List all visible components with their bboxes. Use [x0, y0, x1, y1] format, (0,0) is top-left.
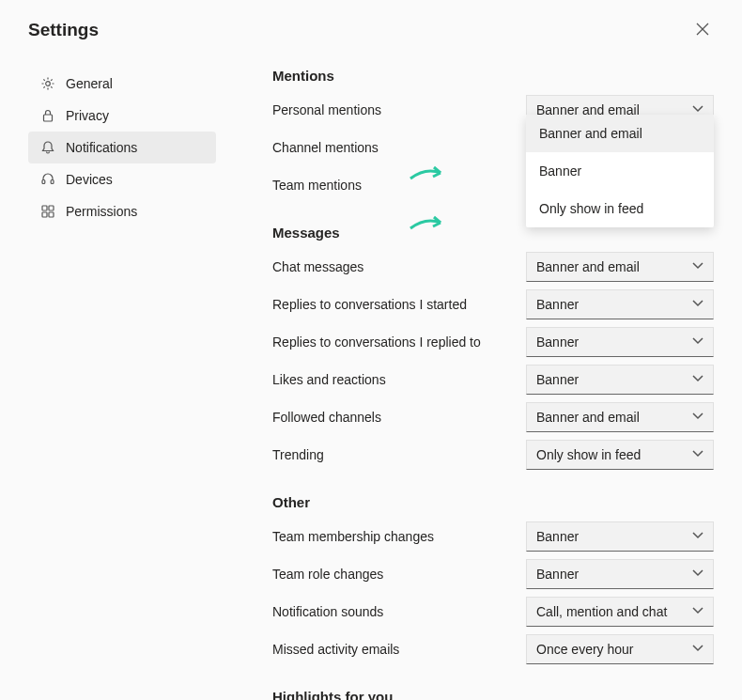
dropdown-option[interactable]: Banner and email [526, 115, 714, 152]
select-sounds[interactable]: Call, mention and chat [526, 597, 714, 627]
sidebar-item-label: General [66, 76, 113, 91]
dropdown-option[interactable]: Banner [526, 152, 714, 190]
chevron-down-icon [692, 410, 703, 425]
label-membership: Team membership changes [272, 529, 434, 544]
select-value: Banner [536, 372, 579, 387]
select-missed[interactable]: Once every hour [526, 634, 714, 664]
apps-icon [39, 203, 56, 220]
select-value: Once every hour [536, 642, 634, 657]
sidebar-item-label: Permissions [66, 204, 137, 219]
arrow-annotation-icon [409, 211, 446, 234]
chevron-down-icon [692, 334, 703, 350]
label-followed: Followed channels [272, 410, 381, 425]
arrow-annotation-icon [409, 162, 446, 184]
svg-rect-5 [49, 206, 54, 210]
label-trending: Trending [272, 447, 324, 462]
chevron-down-icon [692, 447, 703, 462]
svg-rect-3 [51, 180, 54, 184]
page-title: Settings [28, 20, 99, 40]
svg-rect-4 [42, 206, 47, 210]
label-chat-messages: Chat messages [272, 259, 363, 274]
select-role[interactable]: Banner [526, 559, 714, 589]
section-title-highlights: Highlights for you [272, 689, 714, 700]
select-value: Banner [536, 297, 579, 312]
select-followed[interactable]: Banner and email [526, 402, 714, 432]
lock-icon [39, 107, 56, 124]
sidebar-item-general[interactable]: General [28, 68, 216, 100]
select-value: Banner and email [536, 259, 640, 274]
sidebar-item-label: Notifications [66, 140, 137, 155]
sidebar-item-label: Privacy [66, 108, 109, 123]
chevron-down-icon [692, 604, 703, 619]
dropdown-option[interactable]: Only show in feed [526, 190, 714, 227]
gear-icon [39, 75, 56, 92]
chevron-down-icon [692, 297, 703, 312]
bell-icon [39, 139, 56, 156]
chevron-down-icon [692, 642, 703, 657]
sidebar-item-label: Devices [66, 172, 113, 187]
section-title-mentions: Mentions [272, 68, 714, 84]
label-likes: Likes and reactions [272, 372, 386, 387]
select-likes[interactable]: Banner [526, 365, 714, 395]
sidebar-item-devices[interactable]: Devices [28, 163, 216, 195]
svg-rect-2 [42, 180, 45, 184]
select-value: Call, mention and chat [536, 604, 667, 619]
select-value: Banner and email [536, 410, 640, 425]
select-value: Banner [536, 334, 579, 350]
select-membership[interactable]: Banner [526, 521, 714, 552]
label-sounds: Notification sounds [272, 604, 383, 619]
select-replies-replied[interactable]: Banner [526, 327, 714, 357]
select-replies-started[interactable]: Banner [526, 289, 714, 319]
label-team-mentions: Team mentions [272, 178, 362, 193]
sidebar-item-permissions[interactable]: Permissions [28, 195, 216, 227]
chevron-down-icon [692, 529, 703, 544]
select-value: Banner [536, 567, 579, 582]
svg-rect-7 [49, 212, 54, 217]
main-panel: Mentions Personal mentions Banner and em… [216, 56, 714, 700]
select-trending[interactable]: Only show in feed [526, 440, 714, 470]
headset-icon [39, 171, 56, 188]
label-replies-started: Replies to conversations I started [272, 297, 467, 312]
svg-rect-1 [44, 115, 53, 121]
sidebar-item-notifications[interactable]: Notifications [28, 132, 216, 163]
svg-point-0 [46, 82, 51, 86]
label-personal-mentions: Personal mentions [272, 102, 381, 117]
label-missed: Missed activity emails [272, 642, 399, 657]
close-button[interactable] [691, 19, 714, 41]
select-value: Only show in feed [536, 447, 641, 462]
chevron-down-icon [692, 372, 703, 387]
chevron-down-icon [692, 567, 703, 582]
svg-rect-6 [42, 212, 47, 217]
dropdown-panel[interactable]: Banner and email Banner Only show in fee… [526, 115, 714, 227]
section-title-other: Other [272, 494, 714, 510]
close-icon [696, 23, 709, 39]
sidebar: General Privacy Notifications Devices Pe… [28, 56, 216, 700]
sidebar-item-privacy[interactable]: Privacy [28, 100, 216, 132]
label-role: Team role changes [272, 567, 383, 582]
chevron-down-icon [692, 259, 703, 274]
select-value: Banner [536, 529, 579, 544]
select-chat-messages[interactable]: Banner and email [526, 252, 714, 282]
label-replies-replied: Replies to conversations I replied to [272, 334, 481, 350]
label-channel-mentions: Channel mentions [272, 140, 379, 155]
